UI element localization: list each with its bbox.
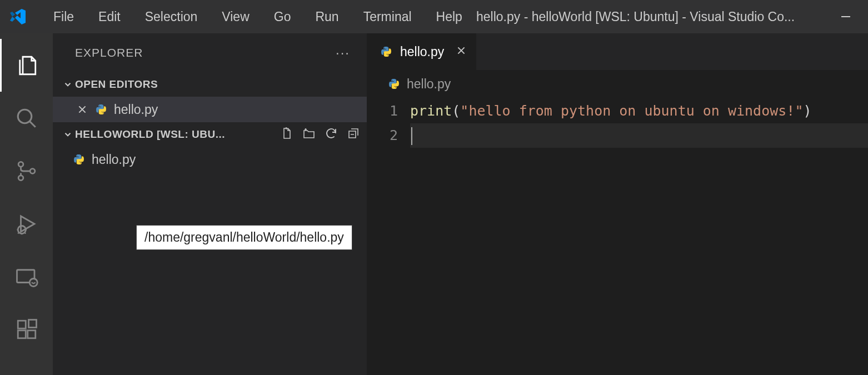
editor-area: hello.py hello.py 12 print("hello from p… — [367, 33, 868, 375]
open-editor-filename: hello.py — [114, 102, 158, 117]
menu-terminal[interactable]: Terminal — [351, 6, 424, 28]
chevron-down-icon — [61, 129, 75, 139]
menubar: FileEditSelectionViewGoRunTerminalHelp — [41, 6, 475, 28]
svg-point-4 — [30, 168, 35, 173]
editor-tab-filename: hello.py — [400, 44, 444, 59]
text-cursor — [411, 127, 412, 145]
svg-rect-0 — [841, 16, 850, 17]
code-line[interactable]: print("hello from python on ubuntu on wi… — [410, 99, 868, 123]
editor-tabbar: hello.py — [367, 33, 868, 70]
window-title: hello.py - helloWorld [WSL: Ubuntu] - Vi… — [476, 9, 795, 24]
python-file-icon — [95, 103, 107, 116]
svg-point-7 — [29, 278, 37, 286]
new-file-icon[interactable] — [280, 127, 293, 143]
close-icon[interactable] — [452, 44, 466, 59]
breadcrumb[interactable]: hello.py — [367, 70, 868, 98]
collapse-all-icon[interactable] — [347, 127, 360, 143]
titlebar: FileEditSelectionViewGoRunTerminalHelp h… — [0, 0, 868, 33]
menu-file[interactable]: File — [41, 6, 86, 28]
file-path-tooltip: /home/gregvanl/helloWorld/hello.py — [136, 225, 352, 250]
svg-rect-11 — [28, 319, 36, 327]
new-folder-icon[interactable] — [302, 127, 316, 143]
activity-remote-icon[interactable] — [0, 250, 53, 303]
menu-help[interactable]: Help — [424, 6, 475, 28]
svg-rect-8 — [18, 321, 26, 328]
open-editor-item[interactable]: hello.py — [53, 97, 367, 122]
file-tree-item[interactable]: hello.py — [53, 147, 367, 172]
explorer-header: EXPLORER ··· — [53, 33, 367, 72]
svg-point-3 — [18, 175, 23, 180]
close-icon[interactable] — [76, 104, 88, 114]
open-editors-label: OPEN EDITORS — [75, 78, 158, 91]
explorer-more-icon[interactable]: ··· — [336, 45, 350, 61]
window-controls — [835, 0, 857, 33]
menu-run[interactable]: Run — [303, 6, 351, 28]
chevron-down-icon — [61, 79, 75, 89]
activity-search-icon[interactable] — [0, 92, 53, 144]
python-file-icon — [73, 153, 85, 166]
line-number: 2 — [367, 123, 398, 148]
minimize-button[interactable] — [835, 0, 857, 33]
code-lines[interactable]: print("hello from python on ubuntu on wi… — [410, 99, 868, 148]
refresh-icon[interactable] — [325, 127, 338, 143]
folder-label: HELLOWORLD [WSL: UBU... — [75, 128, 225, 141]
code-editor[interactable]: 12 print("hello from python on ubuntu on… — [367, 98, 868, 148]
menu-selection[interactable]: Selection — [133, 6, 210, 28]
activity-extensions-icon[interactable] — [0, 303, 53, 356]
python-file-icon — [380, 46, 392, 58]
menu-edit[interactable]: Edit — [86, 6, 133, 28]
activity-explorer-icon[interactable] — [0, 39, 53, 92]
explorer-sidebar: EXPLORER ··· OPEN EDITORS hello.py — [53, 33, 367, 375]
activity-rundebug-icon[interactable] — [0, 197, 53, 250]
svg-point-1 — [18, 109, 32, 123]
svg-rect-10 — [27, 330, 35, 338]
activity-bar — [0, 33, 53, 375]
svg-point-2 — [18, 162, 23, 167]
activity-scm-icon[interactable] — [0, 144, 53, 197]
breadcrumb-filename: hello.py — [407, 77, 451, 92]
line-number-gutter: 12 — [367, 99, 410, 148]
code-line[interactable] — [410, 123, 868, 148]
line-number: 1 — [367, 99, 398, 123]
folder-section[interactable]: HELLOWORLD [WSL: UBU... — [53, 122, 367, 147]
svg-rect-9 — [18, 330, 26, 338]
file-tree-filename: hello.py — [92, 152, 136, 167]
menu-view[interactable]: View — [209, 6, 261, 28]
python-file-icon — [388, 78, 400, 90]
editor-tab[interactable]: hello.py — [367, 33, 476, 70]
vscode-logo-icon — [7, 6, 29, 28]
menu-go[interactable]: Go — [262, 6, 303, 28]
open-editors-section[interactable]: OPEN EDITORS — [53, 72, 367, 97]
explorer-title: EXPLORER — [75, 46, 143, 59]
